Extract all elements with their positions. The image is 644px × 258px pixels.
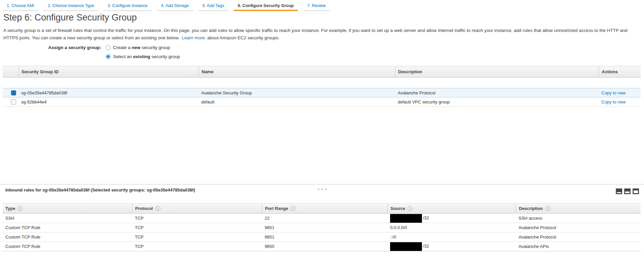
row-checkbox-cell <box>3 99 18 104</box>
drag-dot <box>325 188 327 190</box>
copy-to-new-link[interactable]: Copy to new <box>601 99 626 104</box>
header-name: Name <box>199 66 395 77</box>
radio-select-existing-group[interactable] <box>106 54 111 59</box>
inbound-rules-table-header: Type Protocol Port Range Source Descript… <box>3 203 641 214</box>
learn-more-link[interactable]: Learn more <box>182 35 205 40</box>
option-text: security group <box>150 54 180 59</box>
page-title: Step 6: Configure Security Group <box>3 12 137 23</box>
cell-protocol: TCP <box>132 216 262 221</box>
tab-add-tags[interactable]: 5. Add Tags <box>198 0 228 11</box>
tab-review[interactable]: 7. Review <box>303 0 330 11</box>
cell-port-range: 9651 <box>262 234 387 240</box>
select-existing-group-label: Select an existing security group <box>113 54 180 59</box>
drag-dot <box>321 188 323 190</box>
pane-layout-controls <box>616 188 641 194</box>
cell-port-range: 9651 <box>262 225 387 230</box>
checkbox-avalanche-sg[interactable] <box>11 90 16 95</box>
assign-option-row-existing: Assign a security group: Select an exist… <box>3 52 180 61</box>
header-checkbox-column <box>3 66 18 77</box>
cell-name: default <box>199 99 395 104</box>
header-label: Description <box>519 206 543 211</box>
cell-protocol: TCP <box>132 234 262 240</box>
cell-port-range: 22 <box>262 216 387 221</box>
info-icon[interactable] <box>17 206 22 211</box>
pane-layout-half-icon[interactable] <box>624 188 631 194</box>
header-port-range: Port Range <box>262 204 387 213</box>
tab-choose-ami[interactable]: 1. Choose AMI <box>3 0 38 11</box>
pane-stripe <box>634 190 638 193</box>
header-rule-description: Description <box>516 204 641 213</box>
header-label: Source <box>390 206 405 211</box>
header-label: Type <box>5 206 15 211</box>
cell-type: Custom TCP Rule <box>3 234 132 240</box>
drag-dot <box>318 188 319 190</box>
pane-layout-full-icon[interactable] <box>633 188 639 194</box>
cell-rule-description: SSH access <box>516 216 641 221</box>
cell-type: SSH <box>3 216 132 221</box>
table-row-default-sg[interactable]: sg-92bb44e4 default default VPC security… <box>3 97 641 107</box>
header-actions: Actions <box>599 66 641 77</box>
cell-port-range: 9650 <box>262 244 387 249</box>
cell-security-group-id: sg-05e35e44785da038f <box>18 90 199 95</box>
header-description: Description <box>395 66 599 77</box>
header-label: Protocol <box>135 206 153 211</box>
tab-choose-instance-type[interactable]: 2. Choose Instance Type <box>44 0 98 11</box>
redacted-ip-box <box>390 214 422 223</box>
security-groups-table: Security Group ID Name Description Actio… <box>3 66 641 107</box>
cell-rule-description: Avalanche Protocol <box>516 225 641 230</box>
info-icon[interactable] <box>545 206 550 211</box>
row-checkbox-cell <box>3 90 18 95</box>
source-suffix: /32 <box>423 244 429 249</box>
inbound-rule-row-9651-ipv6: Custom TCP Rule TCP 9651 ::/0 Avalanche … <box>3 232 641 242</box>
page-description: A security group is a set of firewall ru… <box>3 27 639 41</box>
cell-actions: Copy to new <box>599 99 641 104</box>
cell-actions: Copy to new <box>599 90 641 95</box>
tab-configure-instance[interactable]: 3. Configure Instance <box>104 0 152 11</box>
header-protocol: Protocol <box>132 204 262 213</box>
header-type: Type <box>3 204 132 213</box>
checkbox-default-sg[interactable] <box>11 99 16 104</box>
cell-description: Avalanche Protocol <box>395 90 599 95</box>
inbound-rules-table: Type Protocol Port Range Source Descript… <box>3 203 641 251</box>
table-row-avalanche-sg[interactable]: sg-05e35e44785da038f Avalanche Security … <box>3 88 641 97</box>
cell-type: Custom TCP Rule <box>3 244 132 249</box>
option-text: Select an <box>113 54 133 59</box>
tab-add-storage[interactable]: 4. Add Storage <box>157 0 193 11</box>
cell-name: Avalanche Security Group <box>199 90 395 95</box>
pane-split-divider <box>0 184 644 184</box>
cell-rule-description: Avalanche APIs <box>516 244 641 249</box>
info-icon[interactable] <box>155 206 160 211</box>
option-text-bold: existing <box>133 54 150 59</box>
inbound-rules-title: Inbound rules for sg-05e35e44785da038f (… <box>5 187 195 192</box>
tab-configure-security-group[interactable]: 6. Configure Security Group <box>234 0 298 11</box>
description-text: A security group is a set of firewall ru… <box>3 28 628 40</box>
pane-layout-small-icon[interactable] <box>616 188 622 194</box>
copy-to-new-link[interactable]: Copy to new <box>601 90 626 95</box>
cell-protocol: TCP <box>132 244 262 249</box>
redacted-ip-box <box>390 242 422 251</box>
pane-drag-handle[interactable] <box>317 185 328 191</box>
pane-stripe <box>625 191 630 193</box>
radio-create-new-group[interactable] <box>106 45 111 50</box>
header-label: Port Range <box>265 206 288 211</box>
cell-type: Custom TCP Rule <box>3 225 132 230</box>
header-security-group-id: Security Group ID <box>18 66 199 77</box>
cell-source: ::/0 <box>387 234 516 240</box>
info-icon[interactable] <box>290 206 296 211</box>
create-new-group-label: Create a new security group <box>113 45 170 50</box>
description-text-after: about Amazon EC2 security groups. <box>207 35 279 40</box>
assign-option-row-new: Assign a security group: Create a new se… <box>3 43 180 52</box>
security-groups-table-header: Security Group ID Name Description Actio… <box>3 66 641 78</box>
cell-source: /32 <box>387 214 516 223</box>
ec2-launch-wizard-page: 1. Choose AMI 2. Choose Instance Type 3.… <box>0 0 644 258</box>
info-icon[interactable] <box>408 206 413 211</box>
cell-protocol: TCP <box>132 225 262 230</box>
cell-source: 0.0.0.0/0 <box>387 225 516 230</box>
cell-rule-description: Avalanche Protocol <box>516 234 641 240</box>
source-suffix: /32 <box>423 215 429 220</box>
assign-security-group-section: Assign a security group: Create a new se… <box>3 43 180 61</box>
security-groups-rows: sg-05e35e44785da038f Avalanche Security … <box>3 88 641 107</box>
pane-stripe <box>617 192 621 193</box>
assign-security-group-label: Assign a security group: <box>3 45 101 50</box>
cell-security-group-id: sg-92bb44e4 <box>18 99 199 104</box>
